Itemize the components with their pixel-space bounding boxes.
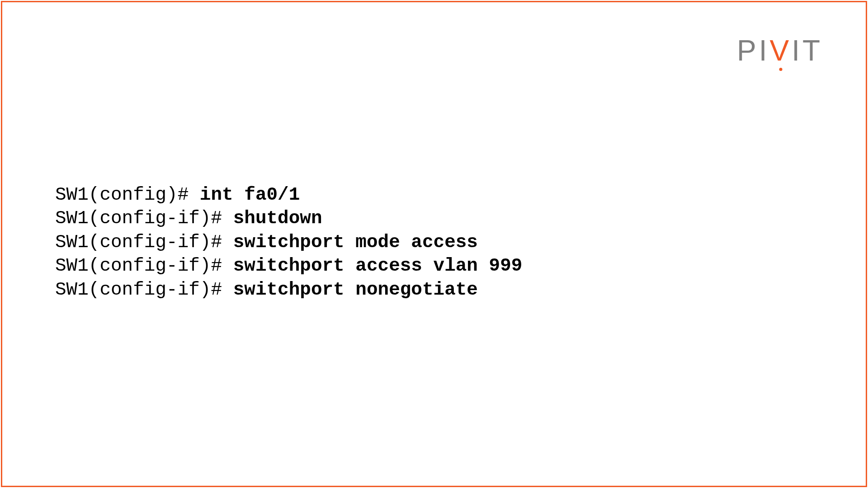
logo-v-wrapper: V (769, 34, 792, 67)
terminal-command: shutdown (233, 208, 322, 229)
terminal-line: SW1(config-if)# switchport nonegotiate (55, 278, 522, 301)
terminal-prompt: SW1(config-if)# (55, 279, 233, 300)
terminal-prompt: SW1(config-if)# (55, 255, 233, 276)
logo-text-pi: PI (737, 34, 769, 67)
logo-dot-icon (779, 68, 782, 71)
terminal-line: SW1(config)# int fa0/1 (55, 183, 522, 206)
terminal-prompt: SW1(config-if)# (55, 208, 233, 229)
terminal-prompt: SW1(config-if)# (55, 232, 233, 253)
terminal-line: SW1(config-if)# switchport mode access (55, 230, 522, 254)
pivit-logo: PIVIT (737, 34, 823, 67)
terminal-command: switchport mode access (233, 232, 478, 253)
terminal-output: SW1(config)# int fa0/1 SW1(config-if)# s… (55, 183, 522, 301)
terminal-command: switchport access vlan 999 (233, 255, 523, 276)
logo-text-it: IT (792, 34, 823, 67)
terminal-line: SW1(config-if)# switchport access vlan 9… (55, 254, 522, 277)
terminal-line: SW1(config-if)# shutdown (55, 206, 522, 230)
logo-text-v: V (769, 34, 792, 67)
terminal-command: int fa0/1 (200, 184, 300, 205)
terminal-prompt: SW1(config)# (55, 184, 200, 205)
terminal-command: switchport nonegotiate (233, 279, 478, 300)
